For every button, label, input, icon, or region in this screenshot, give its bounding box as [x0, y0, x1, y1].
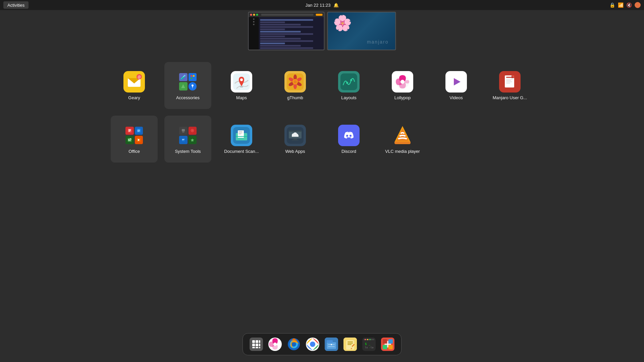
svg-rect-53 — [130, 138, 131, 139]
svg-rect-42 — [128, 129, 131, 130]
svg-rect-56 — [182, 129, 185, 131]
dock-lollypop[interactable] — [267, 336, 283, 352]
svg-point-121 — [367, 339, 368, 340]
svg-point-13 — [240, 86, 243, 87]
svg-rect-24 — [340, 73, 357, 90]
manjaro-guide-label: Manjaro User G... — [493, 95, 527, 100]
dock-firefox[interactable] — [286, 336, 302, 352]
svg-point-29 — [400, 80, 405, 84]
dock-terminal[interactable]: $ _ ls -la — [361, 336, 377, 352]
discord-label: Discord — [341, 149, 356, 154]
dock: $ _ ls -la — [243, 333, 401, 355]
wifi-icon[interactable]: 📶 — [618, 2, 624, 8]
svg-rect-49 — [128, 140, 131, 140]
vlc-label: VLC media player — [385, 149, 420, 154]
dock-extras-icon — [381, 338, 394, 351]
app-item-gthumb[interactable]: gThumb — [272, 62, 319, 109]
office-label: Office — [128, 149, 140, 154]
svg-rect-89 — [259, 340, 260, 343]
app-item-lollypop[interactable]: Lollypop — [379, 62, 426, 109]
svg-rect-73 — [289, 130, 302, 132]
svg-rect-7 — [191, 77, 192, 79]
svg-rect-48 — [128, 139, 129, 139]
svg-text:@: @ — [138, 129, 140, 132]
dock-chrome[interactable] — [305, 336, 321, 352]
svg-point-100 — [291, 342, 296, 347]
gthumb-label: gThumb — [287, 95, 303, 100]
dock-terminal-icon: $ _ ls -la — [362, 338, 376, 351]
document-scan-label: Document Scan... — [224, 149, 259, 154]
app-item-vlc[interactable]: VLC media player — [379, 116, 426, 163]
sound-muted-icon[interactable]: 🔇 — [626, 2, 632, 8]
dock-notes-icon — [343, 338, 357, 351]
svg-rect-36 — [506, 80, 511, 81]
svg-rect-70 — [236, 136, 247, 137]
dock-extras[interactable] — [380, 336, 396, 352]
desktop-window-thumbnail[interactable]: 🌸 manjaro — [327, 12, 396, 50]
videos-label: Videos — [449, 95, 463, 100]
svg-point-25 — [346, 82, 348, 84]
svg-rect-88 — [256, 340, 258, 343]
svg-point-82 — [350, 135, 352, 137]
svg-rect-74 — [293, 138, 297, 140]
svg-rect-44 — [128, 131, 130, 132]
activities-button[interactable]: Activities — [3, 1, 29, 9]
svg-rect-8 — [193, 77, 195, 79]
svg-point-60 — [192, 130, 193, 131]
app-row-2: @ — [111, 116, 426, 163]
dock-files-icon — [325, 338, 338, 351]
user-avatar[interactable] — [635, 2, 641, 8]
svg-rect-67 — [238, 131, 243, 132]
notification-bell-icon[interactable]: 🔔 — [333, 3, 339, 8]
svg-point-120 — [365, 339, 366, 340]
svg-point-14 — [240, 78, 243, 81]
app-item-document-scan[interactable]: Document Scan... — [218, 116, 265, 163]
svg-rect-129 — [388, 345, 393, 349]
dock-lollypop-icon — [268, 338, 282, 351]
privacy-icon[interactable]: 🔒 — [609, 2, 615, 8]
svg-rect-69 — [238, 134, 241, 134]
system-tools-folder-icon — [177, 125, 199, 146]
geary-icon: @ — [123, 71, 145, 93]
lollypop-label: Lollypop — [394, 95, 411, 100]
app-item-system-tools[interactable]: System Tools — [164, 116, 211, 163]
svg-rect-79 — [292, 135, 299, 137]
app-item-videos[interactable]: Videos — [433, 62, 480, 109]
document-scan-icon — [231, 125, 252, 146]
dock-chrome-icon — [306, 338, 319, 351]
app-item-layouts[interactable]: Layouts — [325, 62, 372, 109]
app-item-web-apps[interactable]: Web Apps — [272, 116, 319, 163]
manjaro-guide-icon — [499, 71, 521, 93]
svg-rect-75 — [292, 140, 299, 140]
app-item-accessories[interactable]: 🧪 — [164, 62, 211, 109]
app-item-discord[interactable]: Discord — [325, 116, 372, 163]
app-item-maps[interactable]: Maps — [218, 62, 265, 109]
code-window-thumbnail[interactable] — [248, 12, 325, 50]
discord-icon — [338, 125, 360, 146]
svg-rect-5 — [191, 75, 192, 77]
svg-point-23 — [293, 80, 297, 83]
dock-files[interactable] — [323, 336, 339, 352]
app-grid: @ Geary 🧪 — [111, 62, 533, 163]
svg-rect-94 — [256, 347, 258, 348]
svg-rect-90 — [252, 344, 255, 346]
svg-point-104 — [310, 342, 315, 347]
svg-text:@: @ — [138, 75, 141, 79]
svg-point-110 — [331, 344, 332, 345]
svg-rect-113 — [347, 342, 353, 342]
svg-text:ls -la: ls -la — [365, 346, 373, 349]
svg-rect-68 — [238, 133, 243, 133]
svg-rect-95 — [259, 347, 260, 348]
app-item-manjaro-guide[interactable]: Manjaro User G... — [486, 62, 533, 109]
dock-firefox-icon — [287, 338, 301, 351]
svg-marker-9 — [181, 84, 185, 88]
app-item-office[interactable]: @ — [111, 116, 158, 163]
web-apps-label: Web Apps — [285, 149, 305, 154]
accessories-folder-icon: 🧪 — [177, 71, 199, 93]
svg-rect-87 — [252, 340, 255, 343]
svg-rect-126 — [383, 339, 387, 344]
app-item-geary[interactable]: @ Geary — [111, 62, 158, 109]
dock-app-grid-button[interactable] — [248, 336, 264, 352]
dock-notes[interactable] — [342, 336, 358, 352]
svg-rect-127 — [388, 339, 393, 344]
